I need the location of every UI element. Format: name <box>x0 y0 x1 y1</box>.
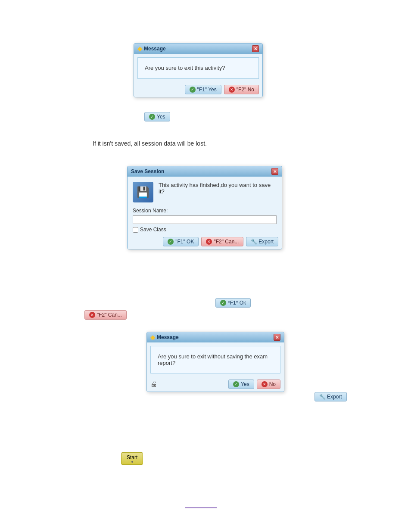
f2-no-button-1[interactable]: ✕ "F2" No <box>224 85 259 94</box>
floppy-icon: 💾 <box>133 182 153 202</box>
save-dialog-content: 💾 This activity has finished,do you want… <box>128 177 282 234</box>
x-icon-save-can: ✕ <box>206 239 212 245</box>
save-ok-button[interactable]: ✓ "F1" OK <box>163 237 199 246</box>
dialog-body-text-1: Are you sure to exit this activity? <box>145 65 225 71</box>
x-icon-2: ✕ <box>262 381 268 387</box>
check-icon-1: ✓ <box>190 87 196 93</box>
x-icon-1: ✕ <box>229 87 235 93</box>
save-export-button[interactable]: 🔧 Export <box>246 237 278 246</box>
session-name-input[interactable] <box>133 215 277 224</box>
save-dialog-titlebar: Save Session ✕ <box>128 166 282 177</box>
section3-can-area: ✕ "F2" Can... <box>84 310 127 320</box>
export-label: Export <box>327 394 342 400</box>
start-button[interactable]: Start <box>121 452 143 465</box>
x-icon-can: ✕ <box>89 312 95 318</box>
check-icon-ok2: ✓ <box>220 300 226 306</box>
message-icon-2: ◆ <box>150 334 155 341</box>
save-dialog-title-left: Save Session <box>131 168 164 174</box>
f1-yes-button-1[interactable]: ✓ "F1" Yes <box>185 85 221 94</box>
bottom-link-area: ___________ <box>185 502 217 508</box>
dialog-title-left-1: ◆ Message <box>137 45 166 52</box>
save-dialog-title: Save Session <box>131 168 164 174</box>
printer-icon: 🖨 <box>150 380 157 388</box>
save-class-checkbox[interactable] <box>133 227 138 233</box>
desc-text-area: If it isn't saved, all session data will… <box>93 140 207 147</box>
check-icon-2: ✓ <box>233 381 239 387</box>
message-dialog-1: ◆ Message ✕ Are you sure to exit this ac… <box>134 43 263 97</box>
yes-button-2[interactable]: ✓ Yes <box>228 380 254 389</box>
dialog-title-left-2: ◆ Message <box>150 334 179 341</box>
dialog-titlebar-1: ◆ Message ✕ <box>134 44 262 54</box>
save-dialog-close-btn[interactable]: ✕ <box>271 168 278 175</box>
dialog-titlebar-2: ◆ Message ✕ <box>147 332 284 342</box>
save-dialog-inner: 💾 This activity has finished,do you want… <box>133 182 277 202</box>
save-class-row: Save Class <box>133 227 277 233</box>
message-icon-1: ◆ <box>137 45 142 52</box>
dialog-close-btn-1[interactable]: ✕ <box>252 45 259 52</box>
standalone-yes-area: ✓ Yes <box>144 112 170 121</box>
dialog-title-2: Message <box>157 334 179 340</box>
start-btn-area: Start <box>121 452 143 465</box>
export-btn-area: 🔧 Export <box>314 392 347 401</box>
check-icon-standalone: ✓ <box>149 114 155 120</box>
save-can-button[interactable]: ✕ "F2" Can... <box>201 237 243 246</box>
dialog-footer-1: ✓ "F1" Yes ✕ "F2" No <box>134 82 262 97</box>
dialog-body-2: Are you sure to exit without saving the … <box>150 346 280 373</box>
session-name-label: Session Name: <box>133 208 277 214</box>
f1-ok-button-2[interactable]: ✓ *F1* Ok <box>215 298 251 308</box>
dialog-close-btn-2[interactable]: ✕ <box>274 334 280 341</box>
save-session-dialog: Save Session ✕ 💾 This activity has finis… <box>127 166 282 249</box>
dialog-footer-2: 🖨 ✓ Yes ✕ No <box>147 377 284 392</box>
start-label: Start <box>127 454 137 460</box>
save-class-label: Save Class <box>140 227 166 233</box>
f2-can-button[interactable]: ✕ "F2" Can... <box>84 310 127 320</box>
check-icon-save-ok: ✓ <box>168 239 174 245</box>
save-dialog-footer: ✓ "F1" OK ✕ "F2" Can... 🔧 Export <box>128 234 282 249</box>
dialog-body-text-2: Are you sure to exit without saving the … <box>158 353 268 366</box>
standalone-yes-label: Yes <box>157 114 165 120</box>
page-content: ◆ Message ✕ Are you sure to exit this ac… <box>0 0 411 532</box>
save-dialog-text-area: This activity has finished,do you want t… <box>159 182 277 195</box>
dialog-body-1: Are you sure to exit this activity? <box>137 57 259 79</box>
start-dot <box>131 461 133 463</box>
dialog-title-1: Message <box>144 46 166 52</box>
standalone-yes-button[interactable]: ✓ Yes <box>144 112 170 121</box>
save-dialog-body-text: This activity has finished,do you want t… <box>159 182 271 195</box>
export-icon-save: 🔧 <box>251 239 257 245</box>
export-button-standalone[interactable]: 🔧 Export <box>314 392 347 401</box>
desc-text: If it isn't saved, all session data will… <box>93 140 207 147</box>
section3-ok-area: ✓ *F1* Ok <box>215 298 251 308</box>
no-button-2[interactable]: ✕ No <box>257 380 280 389</box>
export-icon-standalone: 🔧 <box>319 394 325 400</box>
can-label: "F2" Can... <box>97 312 122 318</box>
ok-label-2: *F1* Ok <box>228 300 246 306</box>
message-dialog-2: ◆ Message ✕ Are you sure to exit without… <box>146 332 284 392</box>
bottom-link[interactable]: ___________ <box>185 502 217 508</box>
